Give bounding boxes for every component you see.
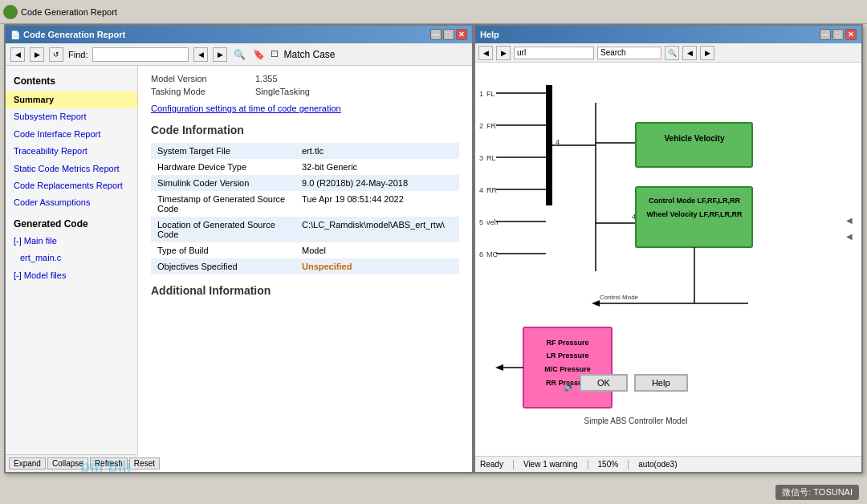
svg-text:FR: FR xyxy=(486,122,496,130)
help-url-input[interactable] xyxy=(514,47,594,59)
status-separator xyxy=(513,460,514,469)
help-maximize-button[interactable]: □ xyxy=(832,29,844,40)
wechat-badge: 微信号: TOSUNAI xyxy=(775,485,859,500)
table-cell-label: Location of Generated Source Code xyxy=(151,217,295,242)
table-row: Hardware Device Type 32-bit Generic xyxy=(151,159,459,175)
refresh-button[interactable]: ↺ xyxy=(49,47,63,62)
sidebar: Contents Summary Subsystem Report Code I… xyxy=(6,66,138,472)
svg-text:FL: FL xyxy=(486,90,495,98)
svg-text:◀: ◀ xyxy=(846,232,853,241)
table-row: Location of Generated Source Code C:\LC_… xyxy=(151,217,459,242)
table-cell-value: 32-bit Generic xyxy=(295,159,459,175)
svg-rect-12 xyxy=(546,85,552,205)
svg-text:Control Mode LF,RF,LR,RR: Control Mode LF,RF,LR,RR xyxy=(649,197,740,205)
table-cell-label: Timestamp of Generated Source Code xyxy=(151,191,295,217)
help-title-area: Help xyxy=(480,30,499,39)
svg-rect-24 xyxy=(636,123,752,167)
sidebar-item-main-file[interactable]: [-] Main file xyxy=(6,233,137,250)
help-titlebar: Help — □ ✕ xyxy=(475,26,861,43)
ok-button[interactable]: OK xyxy=(580,374,628,392)
back-button[interactable]: ◀ xyxy=(10,47,25,62)
table-cell-value: ert.tlc xyxy=(295,143,459,159)
additional-info-heading: Additional Information xyxy=(151,284,459,297)
diagram-bottom-label: Simple ABS Controller Model xyxy=(584,417,688,425)
help-minimize-button[interactable]: — xyxy=(820,29,831,40)
status-separator-3 xyxy=(628,460,629,469)
svg-text:veh: veh xyxy=(486,218,499,226)
window-controls: — □ ✕ xyxy=(430,29,467,40)
status-separator-2 xyxy=(588,460,588,469)
svg-text:4: 4 xyxy=(632,213,636,221)
config-settings-link[interactable]: Configuration settings at time of code g… xyxy=(151,104,341,113)
taskbar-title: Code Generation Report xyxy=(21,7,117,17)
find-input[interactable] xyxy=(92,47,189,62)
window-title: Code Generation Report xyxy=(23,30,125,39)
svg-text:2: 2 xyxy=(479,122,483,130)
match-case-label: Match Case xyxy=(283,49,335,60)
match-case-checkbox[interactable]: ☐ xyxy=(271,49,279,59)
port-label-1: 1 xyxy=(479,90,483,98)
find-next-button[interactable]: ▶ xyxy=(213,47,227,62)
main-content-panel: Model Version 1.355 Tasking Mode SingleT… xyxy=(138,66,472,472)
sidebar-contents-title: Contents xyxy=(6,72,137,91)
taskbar: Code Generation Report xyxy=(0,0,867,24)
table-row: Objectives Specified Unspecified xyxy=(151,258,459,274)
svg-text:RR: RR xyxy=(486,186,497,194)
content-area: Contents Summary Subsystem Report Code I… xyxy=(6,66,472,472)
expand-button[interactable]: Expand xyxy=(9,457,46,469)
simulink-statusbar: Ready View 1 warning 150% auto(ode3) xyxy=(475,456,861,472)
status-zoom: 150% xyxy=(598,460,619,469)
status-mode: auto(ode3) xyxy=(638,460,677,469)
help-dialog-button[interactable]: Help xyxy=(634,374,688,392)
sidebar-item-subsystem-report[interactable]: Subsystem Report xyxy=(6,108,137,125)
help-nav-prev[interactable]: ◀ xyxy=(682,46,697,60)
diagram-svg: 1 FL 2 FR 3 RL 4 RR 5 veh 6 MC xyxy=(475,63,861,456)
tasking-mode-label: Tasking Mode xyxy=(151,87,255,96)
simulink-diagram[interactable]: 1 FL 2 FR 3 RL 4 RR 5 veh 6 MC xyxy=(475,63,861,472)
svg-text:MC: MC xyxy=(486,250,498,258)
svg-text:6: 6 xyxy=(479,250,483,258)
sidebar-item-code-interface-report[interactable]: Code Interface Report xyxy=(6,126,137,143)
svg-text:◀: ◀ xyxy=(846,216,853,225)
help-nav-next[interactable]: ▶ xyxy=(700,46,714,60)
find-prev-button[interactable]: ◀ xyxy=(193,47,208,62)
help-close-button[interactable]: ✕ xyxy=(845,29,857,40)
bookmark-icon: 🔖 xyxy=(251,47,266,62)
table-cell-label: System Target File xyxy=(151,143,295,159)
table-cell-value: Model xyxy=(295,242,459,258)
sidebar-item-summary[interactable]: Summary xyxy=(6,91,137,108)
sidebar-item-traceability-report[interactable]: Traceability Report xyxy=(6,143,137,160)
svg-text:Vehicle Velocity: Vehicle Velocity xyxy=(664,134,724,143)
help-title: Help xyxy=(480,30,499,39)
help-forward-button[interactable]: ▶ xyxy=(496,46,511,60)
tasking-mode-value: SingleTasking xyxy=(255,87,310,96)
svg-text:RL: RL xyxy=(486,154,496,162)
help-search-input[interactable] xyxy=(597,47,661,59)
svg-text:Wheel Velocity LF,RF,LR,RR: Wheel Velocity LF,RF,LR,RR xyxy=(646,210,743,218)
model-version-value: 1.355 xyxy=(255,74,278,83)
svg-text:3: 3 xyxy=(479,154,483,162)
maximize-button[interactable]: □ xyxy=(443,29,454,40)
minimize-button[interactable]: — xyxy=(430,29,442,40)
sidebar-item-ert-main[interactable]: ert_main.c xyxy=(6,250,137,266)
forward-button[interactable]: ▶ xyxy=(30,47,44,62)
svg-text:5: 5 xyxy=(479,218,483,226)
help-search-button[interactable]: 🔍 xyxy=(665,46,679,60)
sidebar-item-static-code-metrics-report[interactable]: Static Code Metrics Report xyxy=(6,161,137,177)
help-window-controls: — □ ✕ xyxy=(820,29,857,40)
diagram-canvas: 1 FL 2 FR 3 RL 4 RR 5 veh 6 MC xyxy=(475,63,861,472)
sidebar-item-model-files[interactable]: [-] Model files xyxy=(6,267,137,284)
svg-text:M/C Pressure: M/C Pressure xyxy=(544,365,591,373)
close-button[interactable]: ✕ xyxy=(456,29,467,40)
table-row: Timestamp of Generated Source Code Tue A… xyxy=(151,191,459,217)
generated-code-section-title: Generated Code xyxy=(6,212,137,233)
help-toolbar: ◀ ▶ 🔍 ◀ ▶ xyxy=(475,43,861,63)
help-back-button[interactable]: ◀ xyxy=(478,46,493,60)
tasking-mode-row: Tasking Mode SingleTasking xyxy=(151,87,459,96)
table-cell-value: 9.0 (R2018b) 24-May-2018 xyxy=(295,175,459,191)
sidebar-item-code-replacements-report[interactable]: Code Replacements Report xyxy=(6,177,137,194)
table-cell-value: C:\LC_Ramdisk\model\ABS_ert_rtw\ xyxy=(295,217,459,242)
sidebar-item-coder-assumptions[interactable]: Coder Assumptions xyxy=(6,194,137,211)
toolbar: ◀ ▶ ↺ Find: ◀ ▶ 🔍 🔖 ☐ Match Case xyxy=(6,43,472,66)
audio-icon: 🔈 xyxy=(564,380,576,392)
